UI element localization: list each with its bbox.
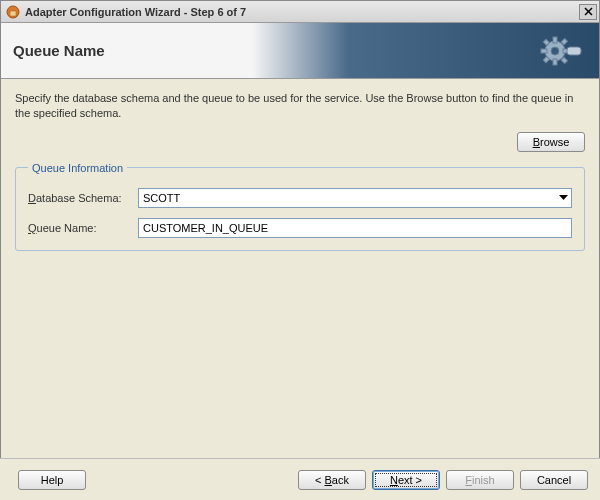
svg-rect-7 xyxy=(553,59,557,65)
cancel-button[interactable]: Cancel xyxy=(520,470,588,490)
browse-button[interactable]: Browse xyxy=(517,132,585,152)
content-area: Specify the database schema and the queu… xyxy=(1,79,599,251)
schema-row: Database Schema: xyxy=(28,188,572,208)
help-button[interactable]: Help xyxy=(18,470,86,490)
queue-information-group: Queue Information Database Schema: Queue… xyxy=(15,162,585,251)
svg-rect-14 xyxy=(567,47,581,55)
back-button[interactable]: < Back xyxy=(298,470,366,490)
svg-rect-8 xyxy=(541,49,547,53)
footer: Help < Back Next > Finish Cancel xyxy=(0,458,600,500)
svg-rect-1 xyxy=(10,11,16,16)
browse-row: Browse xyxy=(15,132,585,152)
window-title: Adapter Configuration Wizard - Step 6 of… xyxy=(25,6,579,18)
chevron-down-icon[interactable] xyxy=(555,188,572,208)
schema-label: Database Schema: xyxy=(28,192,138,204)
schema-input[interactable] xyxy=(138,188,572,208)
titlebar: Adapter Configuration Wizard - Step 6 of… xyxy=(1,1,599,23)
banner: Queue Name xyxy=(1,23,599,79)
svg-marker-15 xyxy=(559,195,568,200)
group-legend: Queue Information xyxy=(28,162,127,174)
schema-combo[interactable] xyxy=(138,188,572,208)
app-icon xyxy=(5,4,21,20)
queue-name-input[interactable] xyxy=(138,218,572,238)
instruction-text: Specify the database schema and the queu… xyxy=(15,91,585,122)
queue-label: Queue Name: xyxy=(28,222,138,234)
next-button[interactable]: Next > xyxy=(372,470,440,490)
page-title: Queue Name xyxy=(13,42,105,59)
svg-rect-6 xyxy=(553,37,557,43)
queue-row: Queue Name: xyxy=(28,218,572,238)
gear-icon xyxy=(539,31,583,73)
close-button[interactable] xyxy=(579,4,597,20)
browse-label: Browse xyxy=(533,136,570,148)
finish-button: Finish xyxy=(446,470,514,490)
svg-point-5 xyxy=(551,47,559,55)
